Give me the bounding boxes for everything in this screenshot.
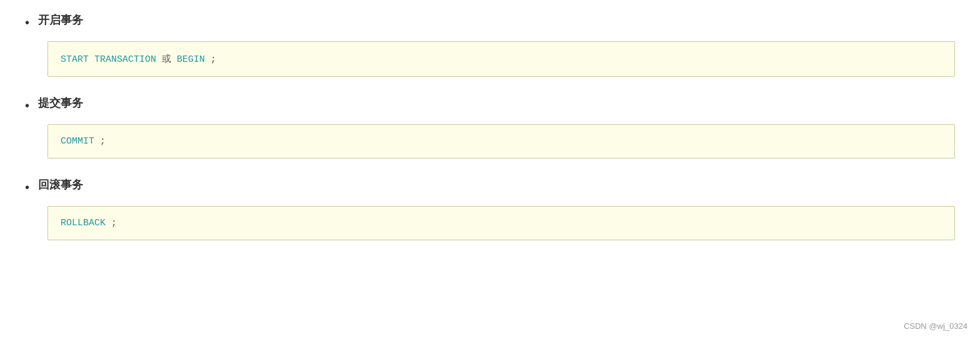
bullet-item-rollback: • 回滚事务 [25, 177, 955, 196]
code-keyword-rollback: ROLLBACK [61, 218, 106, 228]
code-text-or: 或 [156, 54, 177, 65]
code-text-semicolon-2: ; [94, 136, 106, 147]
section-rollback: • 回滚事务 ROLLBACK ; [25, 177, 955, 240]
watermark: CSDN @wj_0324 [904, 321, 968, 331]
code-text-semicolon-3: ; [106, 218, 117, 228]
section-title-start: 开启事务 [38, 12, 83, 28]
section-commit: • 提交事务 COMMIT ; [25, 95, 955, 159]
page-content: • 开启事务 START TRANSACTION 或 BEGIN ; • 提交事… [25, 12, 955, 240]
code-keyword-start-transaction: START TRANSACTION [61, 54, 156, 65]
code-keyword-begin: BEGIN [177, 54, 205, 65]
section-start-transaction: • 开启事务 START TRANSACTION 或 BEGIN ; [25, 12, 955, 77]
section-title-rollback: 回滚事务 [38, 177, 83, 193]
bullet-item-start: • 开启事务 [25, 12, 955, 31]
bullet-item-commit: • 提交事务 [25, 95, 955, 114]
bullet-dot-3: • [25, 178, 29, 196]
code-block-commit: COMMIT ; [47, 124, 955, 159]
code-text-semicolon-1: ; [205, 54, 216, 65]
bullet-dot-1: • [25, 14, 29, 31]
section-title-commit: 提交事务 [38, 95, 83, 111]
code-block-start: START TRANSACTION 或 BEGIN ; [47, 41, 955, 77]
code-block-rollback: ROLLBACK ; [47, 206, 955, 240]
bullet-dot-2: • [25, 97, 29, 114]
code-keyword-commit: COMMIT [61, 136, 94, 147]
